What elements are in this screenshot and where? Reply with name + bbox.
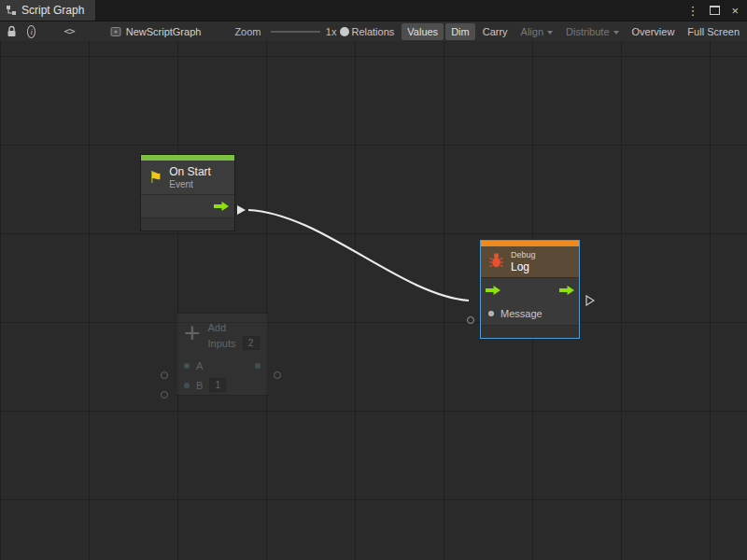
node-add-inputs[interactable]: + Add Inputs 2 A B 1 [176,313,269,396]
connection-edge[interactable] [248,210,469,301]
titlebar: Script Graph ⋮ × [0,0,747,21]
node-on-start[interactable]: ⚑ On Start Event [140,154,235,231]
port-b-dot[interactable] [184,383,190,388]
message-port-dot[interactable] [488,311,494,316]
flow-output-arrow-icon[interactable] [559,286,574,295]
port-b-value-field[interactable]: 1 [209,378,226,392]
add-inputs-port-b-outer[interactable] [161,391,168,399]
on-start-trigger-port[interactable] [237,205,246,215]
zoom-slider-knob[interactable] [340,27,349,36]
node-category: Debug [511,250,536,259]
debug-message-row: Message [481,302,579,325]
carry-button[interactable]: Carry [477,23,514,40]
code-icon[interactable]: <> [63,25,74,37]
debug-flow-row [481,277,579,302]
node-title: Log [511,260,536,273]
on-start-output-row [141,194,234,217]
dim-button[interactable]: Dim [445,23,475,40]
align-label: Align [521,26,543,37]
zoom-slider-track[interactable] [271,31,320,33]
tab-title: Script Graph [21,4,84,17]
align-button[interactable]: Align [515,23,558,40]
close-icon[interactable]: × [731,5,739,17]
menu-kebab-icon[interactable]: ⋮ [686,5,698,17]
node-title-line1: Add [208,322,260,333]
input-row-b: B 1 [176,375,268,395]
graph-name[interactable]: NewScriptGraph [126,26,202,37]
port-b-label: B [196,380,203,391]
node-subtitle: Event [169,179,211,189]
fullscreen-button[interactable]: Full Screen [682,23,745,40]
message-port-label: Message [500,308,543,319]
add-inputs-port-a-outer[interactable] [161,371,168,379]
graph-toolbar: i <> NewScriptGraph Zoom 1x Relations Va… [0,21,747,42]
node-title: On Start [169,165,211,178]
node-title-line2: Inputs [208,338,236,349]
wires-layer [0,41,747,560]
script-graph-icon [6,5,17,16]
window-controls: ⋮ × [686,0,747,21]
zoom-label: Zoom [234,26,261,37]
values-button[interactable]: Values [402,23,444,40]
node-debug-log[interactable]: Debug Log Message [480,240,580,339]
flow-output-arrow-icon[interactable] [214,202,229,211]
port-a-label: A [196,360,203,371]
message-input-port[interactable] [467,316,474,324]
port-a-dot[interactable] [184,363,190,369]
info-icon[interactable]: i [27,25,35,38]
lock-icon[interactable] [7,25,17,37]
zoom-slider[interactable] [271,26,320,37]
relations-button[interactable]: Relations [345,23,400,40]
distribute-button[interactable]: Distribute [560,23,624,40]
output-port-dot[interactable] [255,363,261,369]
add-inputs-header: + Add Inputs 2 [176,314,268,356]
chevron-down-icon [547,31,553,35]
chevron-down-icon [613,31,619,35]
maximize-icon[interactable] [710,6,720,15]
node-footer [141,217,234,231]
node-footer [481,325,579,338]
on-start-header: ⚑ On Start Event [141,161,234,194]
distribute-label: Distribute [566,26,609,37]
zoom-value: 1x [326,26,337,37]
plus-icon: + [184,321,201,345]
flow-input-arrow-icon[interactable] [486,286,500,295]
tab-script-graph[interactable]: Script Graph [0,0,95,21]
debug-log-header: Debug Log [481,246,579,277]
graph-asset-icon [110,26,121,37]
bug-icon [488,252,504,273]
input-row-a: A [176,356,268,375]
debug-output-trigger-port[interactable] [585,295,595,306]
graph-canvas[interactable]: ⚑ On Start Event [0,41,747,560]
inputs-count-field[interactable]: 2 [243,336,260,350]
flag-icon: ⚑ [148,170,162,186]
add-inputs-output-outer[interactable] [274,371,281,379]
overview-button[interactable]: Overview [627,23,681,40]
